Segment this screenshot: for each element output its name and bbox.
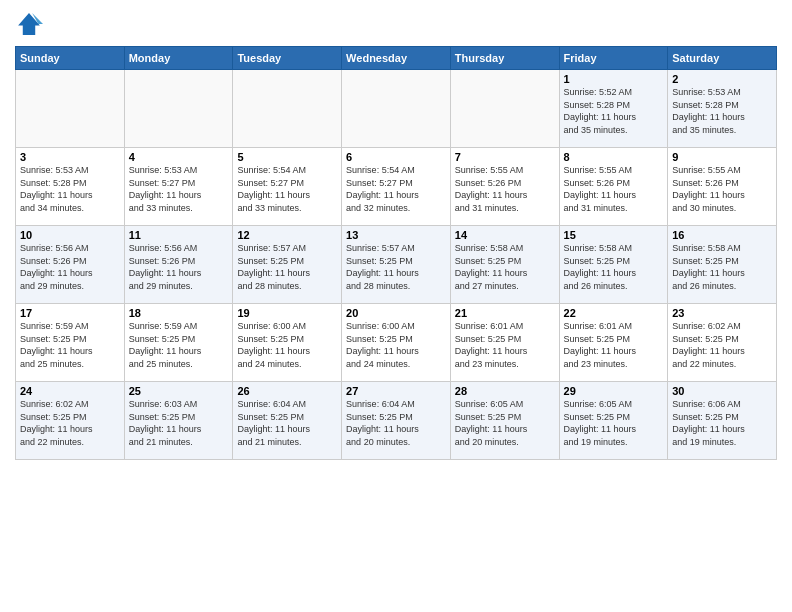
- day-info: Sunrise: 5:55 AM Sunset: 5:26 PM Dayligh…: [564, 164, 664, 214]
- svg-marker-0: [18, 13, 40, 35]
- logo: [15, 10, 47, 38]
- day-info: Sunrise: 5:55 AM Sunset: 5:26 PM Dayligh…: [672, 164, 772, 214]
- day-info: Sunrise: 5:57 AM Sunset: 5:25 PM Dayligh…: [346, 242, 446, 292]
- day-info: Sunrise: 6:00 AM Sunset: 5:25 PM Dayligh…: [237, 320, 337, 370]
- week-row-2: 3Sunrise: 5:53 AM Sunset: 5:28 PM Daylig…: [16, 148, 777, 226]
- day-number: 10: [20, 229, 120, 241]
- week-row-5: 24Sunrise: 6:02 AM Sunset: 5:25 PM Dayli…: [16, 382, 777, 460]
- day-number: 14: [455, 229, 555, 241]
- day-cell: 30Sunrise: 6:06 AM Sunset: 5:25 PM Dayli…: [668, 382, 777, 460]
- weekday-header-saturday: Saturday: [668, 47, 777, 70]
- page: SundayMondayTuesdayWednesdayThursdayFrid…: [0, 0, 792, 612]
- day-cell: 8Sunrise: 5:55 AM Sunset: 5:26 PM Daylig…: [559, 148, 668, 226]
- day-cell: 28Sunrise: 6:05 AM Sunset: 5:25 PM Dayli…: [450, 382, 559, 460]
- day-cell: [16, 70, 125, 148]
- day-number: 25: [129, 385, 229, 397]
- day-number: 7: [455, 151, 555, 163]
- header: [15, 10, 777, 38]
- day-info: Sunrise: 5:56 AM Sunset: 5:26 PM Dayligh…: [129, 242, 229, 292]
- day-number: 24: [20, 385, 120, 397]
- day-number: 18: [129, 307, 229, 319]
- day-number: 6: [346, 151, 446, 163]
- day-info: Sunrise: 6:06 AM Sunset: 5:25 PM Dayligh…: [672, 398, 772, 448]
- day-cell: 29Sunrise: 6:05 AM Sunset: 5:25 PM Dayli…: [559, 382, 668, 460]
- day-info: Sunrise: 5:53 AM Sunset: 5:28 PM Dayligh…: [672, 86, 772, 136]
- day-number: 29: [564, 385, 664, 397]
- weekday-header-thursday: Thursday: [450, 47, 559, 70]
- day-number: 8: [564, 151, 664, 163]
- day-number: 26: [237, 385, 337, 397]
- day-info: Sunrise: 5:58 AM Sunset: 5:25 PM Dayligh…: [455, 242, 555, 292]
- day-info: Sunrise: 5:56 AM Sunset: 5:26 PM Dayligh…: [20, 242, 120, 292]
- day-cell: [233, 70, 342, 148]
- day-info: Sunrise: 5:57 AM Sunset: 5:25 PM Dayligh…: [237, 242, 337, 292]
- day-cell: 19Sunrise: 6:00 AM Sunset: 5:25 PM Dayli…: [233, 304, 342, 382]
- day-cell: 1Sunrise: 5:52 AM Sunset: 5:28 PM Daylig…: [559, 70, 668, 148]
- day-cell: 9Sunrise: 5:55 AM Sunset: 5:26 PM Daylig…: [668, 148, 777, 226]
- day-cell: 4Sunrise: 5:53 AM Sunset: 5:27 PM Daylig…: [124, 148, 233, 226]
- day-cell: 17Sunrise: 5:59 AM Sunset: 5:25 PM Dayli…: [16, 304, 125, 382]
- day-info: Sunrise: 5:58 AM Sunset: 5:25 PM Dayligh…: [672, 242, 772, 292]
- day-info: Sunrise: 5:55 AM Sunset: 5:26 PM Dayligh…: [455, 164, 555, 214]
- day-cell: 16Sunrise: 5:58 AM Sunset: 5:25 PM Dayli…: [668, 226, 777, 304]
- day-cell: 14Sunrise: 5:58 AM Sunset: 5:25 PM Dayli…: [450, 226, 559, 304]
- day-cell: 25Sunrise: 6:03 AM Sunset: 5:25 PM Dayli…: [124, 382, 233, 460]
- day-cell: 2Sunrise: 5:53 AM Sunset: 5:28 PM Daylig…: [668, 70, 777, 148]
- day-cell: 27Sunrise: 6:04 AM Sunset: 5:25 PM Dayli…: [342, 382, 451, 460]
- day-info: Sunrise: 5:53 AM Sunset: 5:27 PM Dayligh…: [129, 164, 229, 214]
- day-number: 16: [672, 229, 772, 241]
- day-cell: 6Sunrise: 5:54 AM Sunset: 5:27 PM Daylig…: [342, 148, 451, 226]
- day-number: 5: [237, 151, 337, 163]
- day-number: 9: [672, 151, 772, 163]
- day-number: 23: [672, 307, 772, 319]
- day-info: Sunrise: 6:02 AM Sunset: 5:25 PM Dayligh…: [672, 320, 772, 370]
- day-number: 4: [129, 151, 229, 163]
- day-cell: 3Sunrise: 5:53 AM Sunset: 5:28 PM Daylig…: [16, 148, 125, 226]
- day-number: 15: [564, 229, 664, 241]
- day-number: 11: [129, 229, 229, 241]
- day-info: Sunrise: 5:53 AM Sunset: 5:28 PM Dayligh…: [20, 164, 120, 214]
- day-cell: 24Sunrise: 6:02 AM Sunset: 5:25 PM Dayli…: [16, 382, 125, 460]
- day-number: 13: [346, 229, 446, 241]
- logo-icon: [15, 10, 43, 38]
- day-info: Sunrise: 6:04 AM Sunset: 5:25 PM Dayligh…: [346, 398, 446, 448]
- day-info: Sunrise: 5:59 AM Sunset: 5:25 PM Dayligh…: [129, 320, 229, 370]
- day-cell: 5Sunrise: 5:54 AM Sunset: 5:27 PM Daylig…: [233, 148, 342, 226]
- day-number: 2: [672, 73, 772, 85]
- day-info: Sunrise: 5:54 AM Sunset: 5:27 PM Dayligh…: [237, 164, 337, 214]
- day-cell: 23Sunrise: 6:02 AM Sunset: 5:25 PM Dayli…: [668, 304, 777, 382]
- day-info: Sunrise: 6:05 AM Sunset: 5:25 PM Dayligh…: [455, 398, 555, 448]
- day-cell: 18Sunrise: 5:59 AM Sunset: 5:25 PM Dayli…: [124, 304, 233, 382]
- day-info: Sunrise: 5:59 AM Sunset: 5:25 PM Dayligh…: [20, 320, 120, 370]
- day-number: 27: [346, 385, 446, 397]
- day-cell: [342, 70, 451, 148]
- day-number: 17: [20, 307, 120, 319]
- day-info: Sunrise: 5:54 AM Sunset: 5:27 PM Dayligh…: [346, 164, 446, 214]
- day-info: Sunrise: 5:52 AM Sunset: 5:28 PM Dayligh…: [564, 86, 664, 136]
- day-info: Sunrise: 6:01 AM Sunset: 5:25 PM Dayligh…: [455, 320, 555, 370]
- day-number: 21: [455, 307, 555, 319]
- calendar-table: SundayMondayTuesdayWednesdayThursdayFrid…: [15, 46, 777, 460]
- day-number: 20: [346, 307, 446, 319]
- weekday-header-row: SundayMondayTuesdayWednesdayThursdayFrid…: [16, 47, 777, 70]
- weekday-header-wednesday: Wednesday: [342, 47, 451, 70]
- day-cell: [124, 70, 233, 148]
- week-row-3: 10Sunrise: 5:56 AM Sunset: 5:26 PM Dayli…: [16, 226, 777, 304]
- day-number: 3: [20, 151, 120, 163]
- day-number: 22: [564, 307, 664, 319]
- day-info: Sunrise: 6:04 AM Sunset: 5:25 PM Dayligh…: [237, 398, 337, 448]
- day-cell: 10Sunrise: 5:56 AM Sunset: 5:26 PM Dayli…: [16, 226, 125, 304]
- day-number: 28: [455, 385, 555, 397]
- weekday-header-monday: Monday: [124, 47, 233, 70]
- day-cell: 13Sunrise: 5:57 AM Sunset: 5:25 PM Dayli…: [342, 226, 451, 304]
- weekday-header-sunday: Sunday: [16, 47, 125, 70]
- weekday-header-friday: Friday: [559, 47, 668, 70]
- day-number: 12: [237, 229, 337, 241]
- week-row-4: 17Sunrise: 5:59 AM Sunset: 5:25 PM Dayli…: [16, 304, 777, 382]
- weekday-header-tuesday: Tuesday: [233, 47, 342, 70]
- day-number: 30: [672, 385, 772, 397]
- day-info: Sunrise: 6:03 AM Sunset: 5:25 PM Dayligh…: [129, 398, 229, 448]
- day-info: Sunrise: 6:02 AM Sunset: 5:25 PM Dayligh…: [20, 398, 120, 448]
- day-cell: 26Sunrise: 6:04 AM Sunset: 5:25 PM Dayli…: [233, 382, 342, 460]
- day-cell: 22Sunrise: 6:01 AM Sunset: 5:25 PM Dayli…: [559, 304, 668, 382]
